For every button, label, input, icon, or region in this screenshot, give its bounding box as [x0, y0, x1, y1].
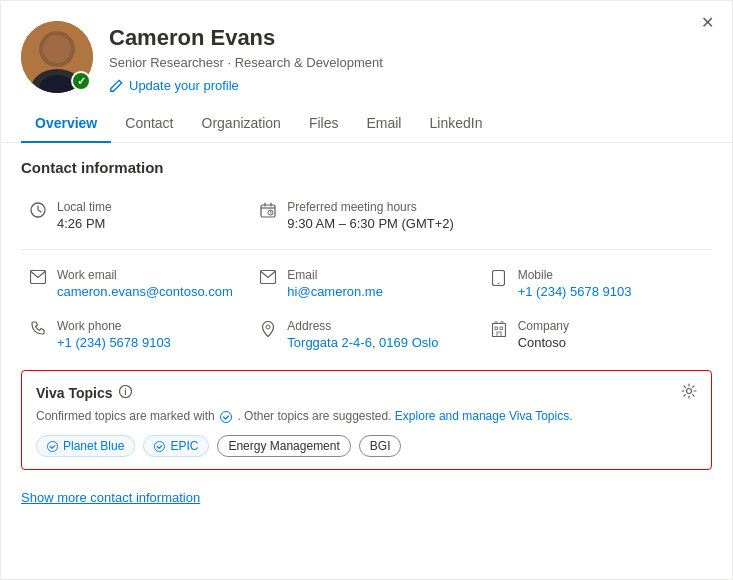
email-value[interactable]: hi@cameron.me — [287, 284, 383, 299]
confirmed-icon-example — [220, 411, 232, 423]
close-button[interactable]: ✕ — [695, 9, 720, 36]
tab-overview[interactable]: Overview — [21, 105, 111, 143]
company-item: Company Contoso — [482, 309, 712, 360]
confirmed-tag-icon-1 — [47, 441, 58, 452]
avatar-wrapper: ✓ — [21, 21, 93, 93]
contact-grid-row3: Work phone +1 (234) 5678 9103 Address To… — [21, 309, 712, 360]
svg-point-19 — [687, 389, 692, 394]
confirmed-tag-icon-2 — [154, 441, 165, 452]
work-phone-label: Work phone — [57, 319, 171, 333]
viva-tag-energy-management[interactable]: Energy Management — [217, 435, 350, 457]
viva-manage-link[interactable]: Explore and manage Viva Topics. — [395, 409, 573, 423]
user-name: Cameron Evans — [109, 25, 712, 51]
svg-point-18 — [124, 388, 125, 389]
svg-rect-16 — [497, 332, 501, 337]
close-icon: ✕ — [701, 14, 714, 31]
tab-organization[interactable]: Organization — [188, 105, 295, 143]
svg-point-22 — [155, 441, 165, 451]
address-label: Address — [287, 319, 438, 333]
svg-point-20 — [221, 412, 232, 423]
viva-description: Confirmed topics are marked with . Other… — [36, 408, 697, 425]
phone-icon-2 — [29, 321, 47, 339]
profile-card: ✕ ✓ Ca — [0, 0, 733, 580]
update-profile-label: Update your profile — [129, 78, 239, 93]
svg-point-3 — [43, 35, 71, 63]
show-more-link[interactable]: Show more contact information — [21, 490, 200, 505]
company-label: Company — [518, 319, 569, 333]
clock-icon — [29, 202, 47, 222]
contact-section-title: Contact information — [21, 159, 712, 176]
mobile-value[interactable]: +1 (234) 5678 9103 — [518, 284, 632, 299]
pin-icon — [259, 321, 277, 341]
tab-linkedin[interactable]: LinkedIn — [415, 105, 496, 143]
phone-icon-1 — [490, 270, 508, 290]
content-area: Contact information Local time 4:26 PM — [1, 143, 732, 521]
email-item: Email hi@cameron.me — [251, 258, 481, 309]
company-value: Contoso — [518, 335, 569, 350]
work-phone-item: Work phone +1 (234) 5678 9103 — [21, 309, 251, 360]
viva-header: Viva Topics — [36, 383, 697, 402]
user-title: Senior Researchesr · Research & Developm… — [109, 55, 712, 70]
viva-tags-container: Planet Blue EPIC Energy Management BGI — [36, 435, 697, 457]
viva-tag-planet-blue[interactable]: Planet Blue — [36, 435, 135, 457]
calendar-clock-icon — [259, 202, 277, 222]
local-time-label: Local time — [57, 200, 112, 214]
tab-email[interactable]: Email — [352, 105, 415, 143]
settings-icon[interactable] — [681, 383, 697, 402]
divider-1 — [21, 249, 712, 250]
profile-header: ✓ Cameron Evans Senior Researchesr · Res… — [1, 1, 732, 105]
building-icon — [490, 321, 508, 341]
work-email-label: Work email — [57, 268, 233, 282]
address-value[interactable]: Torggata 2-4-6, 0169 Oslo — [287, 335, 438, 350]
svg-point-11 — [498, 283, 500, 285]
contact-grid-row2: Work email cameron.evans@contoso.com Ema… — [21, 258, 712, 309]
preferred-meeting-label: Preferred meeting hours — [287, 200, 454, 214]
edit-icon — [109, 79, 123, 93]
svg-rect-15 — [500, 327, 503, 330]
local-time-item: Local time 4:26 PM — [21, 190, 251, 241]
work-email-value[interactable]: cameron.evans@contoso.com — [57, 284, 233, 299]
work-email-item: Work email cameron.evans@contoso.com — [21, 258, 251, 309]
svg-rect-14 — [495, 327, 498, 330]
local-time-value: 4:26 PM — [57, 216, 112, 231]
viva-title-row: Viva Topics — [36, 385, 132, 401]
svg-point-12 — [266, 325, 270, 329]
preferred-meeting-value: 9:30 AM – 6:30 PM (GMT+2) — [287, 216, 454, 231]
empty-slot-1 — [482, 190, 712, 241]
svg-point-21 — [47, 441, 57, 451]
mobile-item: Mobile +1 (234) 5678 9103 — [482, 258, 712, 309]
tab-contact[interactable]: Contact — [111, 105, 187, 143]
mobile-label: Mobile — [518, 268, 632, 282]
avatar-status-badge: ✓ — [71, 71, 91, 91]
address-item: Address Torggata 2-4-6, 0169 Oslo — [251, 309, 481, 360]
update-profile-link[interactable]: Update your profile — [109, 78, 712, 93]
mail-icon-1 — [29, 270, 47, 288]
user-info: Cameron Evans Senior Researchesr · Resea… — [109, 21, 712, 93]
svg-rect-13 — [492, 324, 505, 337]
info-circle-icon[interactable] — [119, 385, 132, 401]
viva-topics-section: Viva Topics — [21, 370, 712, 470]
tab-bar: Overview Contact Organization Files Emai… — [1, 105, 732, 143]
work-phone-value[interactable]: +1 (234) 5678 9103 — [57, 335, 171, 350]
viva-title: Viva Topics — [36, 385, 113, 401]
viva-tag-bgi[interactable]: BGI — [359, 435, 402, 457]
tab-files[interactable]: Files — [295, 105, 353, 143]
contact-grid-row1: Local time 4:26 PM Preferred meetin — [21, 190, 712, 241]
viva-tag-epic[interactable]: EPIC — [143, 435, 209, 457]
mail-icon-2 — [259, 270, 277, 288]
email-label: Email — [287, 268, 383, 282]
preferred-meeting-item: Preferred meeting hours 9:30 AM – 6:30 P… — [251, 190, 481, 241]
